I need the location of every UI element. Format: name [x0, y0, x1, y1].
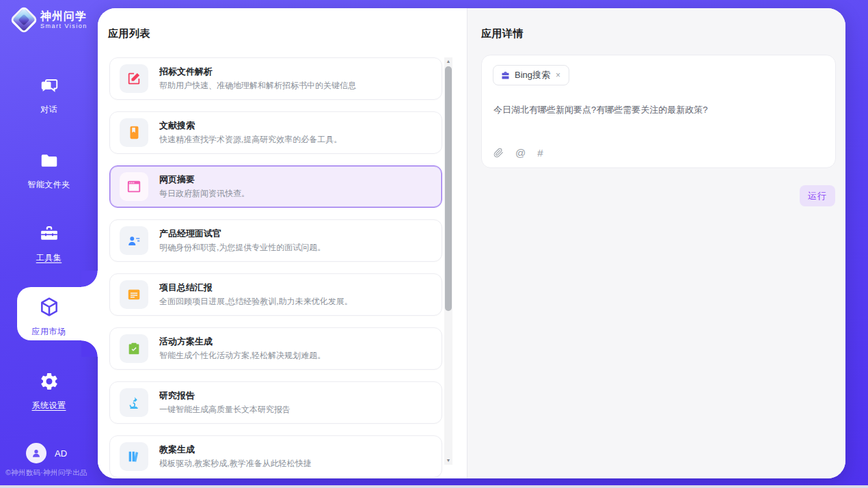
app-card-title: 活动方案生成	[159, 336, 325, 347]
content-shell: 应用列表 招标文件解析 帮助用户快速、准确地理解和解析招标书中的关键信息 文献搜…	[98, 8, 845, 478]
app-card-desc: 明确身份和职责,为您提供专业性的面试问题。	[159, 242, 325, 254]
sidebar-item-label: 应用市场	[0, 326, 98, 338]
notes-icon	[120, 280, 148, 309]
chat-icon	[39, 75, 59, 96]
app-detail-panel: 应用详情 Bing搜索 × 今日湖北有哪些新闻要点?有哪些需要关注的最新政策? …	[467, 8, 845, 478]
copyright-text: ©神州数码·神州问学出品	[5, 468, 98, 478]
book-icon	[120, 118, 148, 147]
app-card-desc: 智能生成个性化活动方案,轻松解决规划难题。	[159, 350, 325, 362]
sidebar-item-label: 工具集	[0, 252, 98, 264]
brand-subtitle: Smart Vision	[40, 23, 87, 29]
app-card-title: 产品经理面试官	[159, 228, 325, 239]
app-detail-title: 应用详情	[481, 27, 524, 40]
microscope-icon	[120, 388, 148, 417]
sidebar-item-label: 智能文件夹	[0, 179, 98, 191]
sidebar-item-app-market[interactable]: 应用市场	[0, 296, 98, 338]
gear-icon	[39, 371, 59, 392]
run-button[interactable]: 运行	[800, 185, 835, 206]
avatar	[26, 443, 46, 463]
resume-icon	[120, 226, 148, 255]
sidebar: 神州问学 Smart Vision 对话 智能文件夹 工具集	[0, 0, 98, 488]
app-card-title: 项目总结汇报	[159, 282, 353, 293]
app-card-project-summary[interactable]: 项目总结汇报 全面回顾项目进展,总结经验教训,助力未来优化发展。	[109, 273, 442, 316]
tool-chip-label: Bing搜索	[515, 69, 550, 81]
app-card-desc: 全面回顾项目进展,总结经验教训,助力未来优化发展。	[159, 296, 353, 308]
pen-square-icon	[120, 64, 148, 93]
window-bottom-edge	[0, 485, 868, 488]
app-card-desc: 一键智能生成高质量长文本研究报告	[159, 404, 290, 416]
app-card-bid-parse[interactable]: 招标文件解析 帮助用户快速、准确地理解和解析招标书中的关键信息	[109, 57, 442, 100]
person-icon	[31, 448, 42, 459]
prompt-card: Bing搜索 × 今日湖北有哪些新闻要点?有哪些需要关注的最新政策? @ #	[481, 55, 836, 168]
app-list-panel: 应用列表 招标文件解析 帮助用户快速、准确地理解和解析招标书中的关键信息 文献搜…	[98, 8, 467, 478]
paperclip-icon[interactable]	[493, 148, 504, 158]
sidebar-item-label: 对话	[0, 104, 98, 116]
app-card-literature-search[interactable]: 文献搜索 快速精准查找学术资源,提高研究效率的必备工具。	[109, 111, 442, 154]
app-card-title: 网页摘要	[159, 174, 249, 185]
toolbox-icon	[39, 223, 59, 244]
app-card-desc: 模板驱动,教案秒成,教学准备从此轻松快捷	[159, 458, 312, 470]
app-card-title: 研究报告	[159, 390, 290, 401]
clipboard-check-icon	[120, 334, 148, 363]
app-card-title: 文献搜索	[159, 120, 342, 131]
app-card-title: 招标文件解析	[159, 66, 356, 77]
app-card-research-report[interactable]: 研究报告 一键智能生成高质量长文本研究报告	[109, 381, 442, 424]
briefcase-icon	[500, 70, 511, 81]
books-icon	[120, 442, 148, 471]
app-card-title: 教案生成	[159, 444, 312, 455]
app-list-scrollbar[interactable]: ▲ ▼	[444, 57, 452, 465]
app-card-desc: 帮助用户快速、准确地理解和解析招标书中的关键信息	[159, 80, 356, 92]
sidebar-item-label: 系统设置	[0, 400, 98, 411]
app-card-desc: 快速精准查找学术资源,提高研究效率的必备工具。	[159, 134, 342, 146]
browser-code-icon	[120, 172, 148, 201]
brand-title: 神州问学	[40, 10, 87, 22]
sidebar-item-settings[interactable]: 系统设置	[0, 371, 98, 411]
attachment-toolbar: @ #	[493, 147, 543, 159]
app-card-pm-interviewer[interactable]: 产品经理面试官 明确身份和职责,为您提供专业性的面试问题。	[109, 219, 442, 262]
app-card-web-summary[interactable]: 网页摘要 每日政府新闻资讯快查。	[109, 165, 442, 208]
diamond-logo-icon	[10, 5, 38, 34]
user-initials: AD	[55, 448, 67, 459]
scroll-up-arrow[interactable]: ▲	[444, 57, 452, 66]
app-card-lesson-plan[interactable]: 教案生成 模板驱动,教案秒成,教学准备从此轻松快捷	[109, 435, 442, 478]
brand-logo: 神州问学 Smart Vision	[14, 10, 87, 30]
app-card-desc: 每日政府新闻资讯快查。	[159, 188, 249, 200]
sidebar-item-chat[interactable]: 对话	[0, 75, 98, 116]
app-window: 应用列表 招标文件解析 帮助用户快速、准确地理解和解析招标书中的关键信息 文献搜…	[0, 0, 868, 488]
folder-icon	[39, 150, 59, 171]
app-card-event-plan[interactable]: 活动方案生成 智能生成个性化活动方案,轻松解决规划难题。	[109, 327, 442, 370]
tool-chip-bing-search[interactable]: Bing搜索 ×	[493, 65, 569, 85]
at-icon[interactable]: @	[515, 147, 526, 159]
scrollbar-thumb[interactable]	[445, 66, 452, 311]
app-list-title: 应用列表	[108, 27, 150, 40]
hash-icon[interactable]: #	[537, 147, 543, 159]
scroll-down-arrow[interactable]: ▼	[444, 457, 452, 465]
user-account[interactable]: AD	[26, 443, 67, 463]
cube-icon	[38, 296, 60, 318]
close-icon[interactable]: ×	[554, 70, 562, 80]
sidebar-item-smart-folder[interactable]: 智能文件夹	[0, 150, 98, 191]
prompt-input[interactable]: 今日湖北有哪些新闻要点?有哪些需要关注的最新政策?	[493, 103, 824, 116]
sidebar-item-toolset[interactable]: 工具集	[0, 223, 98, 264]
